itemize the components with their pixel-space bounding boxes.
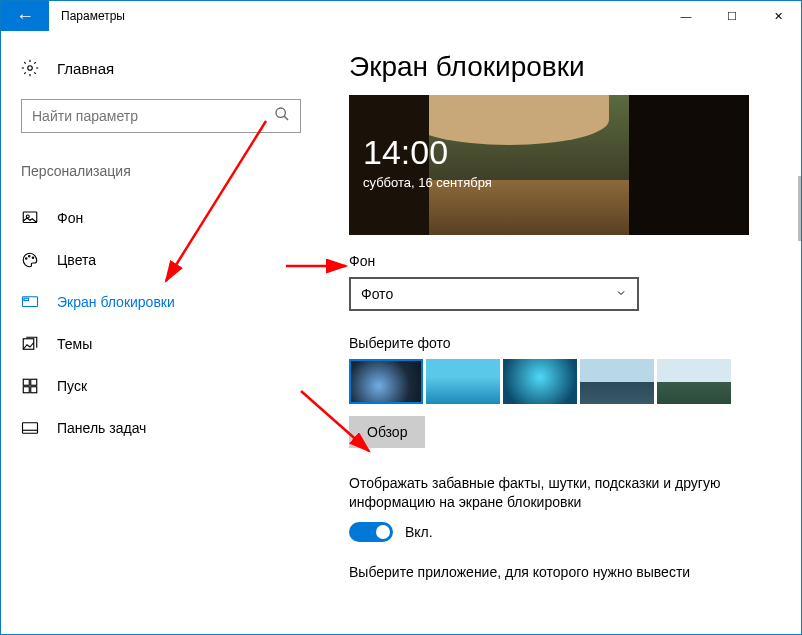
sidebar-item-colors[interactable]: Цвета [21, 239, 301, 281]
page-title: Экран блокировки [349, 51, 773, 83]
titlebar: ← Параметры — ☐ ✕ [1, 1, 801, 31]
toggle-knob [376, 525, 390, 539]
sidebar-item-label: Цвета [57, 252, 96, 268]
start-icon [21, 377, 39, 395]
svg-rect-11 [23, 379, 29, 385]
svg-point-7 [32, 257, 34, 259]
sidebar-item-label: Фон [57, 210, 83, 226]
gear-icon [21, 59, 39, 77]
sidebar-item-label: Пуск [57, 378, 87, 394]
minimize-button[interactable]: — [663, 1, 709, 31]
apps-description: Выберите приложение, для которого нужно … [349, 564, 749, 580]
close-button[interactable]: ✕ [755, 1, 801, 31]
maximize-button[interactable]: ☐ [709, 1, 755, 31]
category-label: Персонализация [21, 163, 301, 179]
preview-time: 14:00 [363, 133, 448, 172]
home-label: Главная [57, 60, 114, 77]
sidebar: Главная Персонализация Фон Цвета Э [1, 31, 321, 634]
browse-button[interactable]: Обзор [349, 416, 425, 448]
lockscreen-icon [21, 293, 39, 311]
svg-line-2 [284, 116, 288, 120]
svg-point-6 [29, 256, 31, 258]
content-panel: Экран блокировки 14:00 суббота, 16 сентя… [321, 31, 801, 634]
back-button[interactable]: ← [1, 1, 49, 31]
sidebar-item-label: Экран блокировки [57, 294, 175, 310]
picture-icon [21, 209, 39, 227]
svg-rect-13 [23, 387, 29, 393]
window-title: Параметры [49, 9, 663, 23]
background-dropdown[interactable]: Фото [349, 277, 639, 311]
search-input[interactable] [32, 108, 262, 124]
sidebar-item-label: Панель задач [57, 420, 146, 436]
toggle-state-label: Вкл. [405, 524, 433, 540]
back-arrow-icon: ← [16, 6, 34, 27]
photo-thumb-4[interactable] [580, 359, 654, 404]
photo-thumb-2[interactable] [426, 359, 500, 404]
photo-thumb-5[interactable] [657, 359, 731, 404]
home-nav[interactable]: Главная [21, 59, 301, 77]
svg-point-1 [276, 108, 285, 117]
svg-rect-9 [24, 298, 29, 300]
dropdown-value: Фото [361, 286, 393, 302]
choose-photo-label: Выберите фото [349, 335, 773, 351]
tips-toggle-row: Вкл. [349, 522, 773, 542]
svg-rect-14 [31, 387, 37, 393]
window-controls: — ☐ ✕ [663, 1, 801, 31]
sidebar-item-themes[interactable]: Темы [21, 323, 301, 365]
photo-thumbnails [349, 359, 773, 404]
sidebar-item-taskbar[interactable]: Панель задач [21, 407, 301, 449]
svg-point-0 [28, 66, 33, 71]
chevron-down-icon [615, 286, 627, 302]
sidebar-item-start[interactable]: Пуск [21, 365, 301, 407]
background-label: Фон [349, 253, 773, 269]
photo-thumb-1[interactable] [349, 359, 423, 404]
search-icon [274, 106, 290, 126]
sidebar-item-label: Темы [57, 336, 92, 352]
sidebar-item-lockscreen[interactable]: Экран блокировки [21, 281, 301, 323]
palette-icon [21, 251, 39, 269]
sidebar-item-background[interactable]: Фон [21, 197, 301, 239]
scrollbar[interactable] [798, 31, 801, 634]
scrollbar-thumb[interactable] [798, 176, 801, 241]
themes-icon [21, 335, 39, 353]
svg-rect-15 [23, 423, 38, 434]
search-box[interactable] [21, 99, 301, 133]
tips-description: Отображать забавные факты, шутки, подска… [349, 474, 749, 512]
photo-thumb-3[interactable] [503, 359, 577, 404]
taskbar-icon [21, 419, 39, 437]
svg-point-5 [26, 258, 28, 260]
tips-toggle[interactable] [349, 522, 393, 542]
preview-date: суббота, 16 сентября [363, 175, 492, 190]
lockscreen-preview: 14:00 суббота, 16 сентября [349, 95, 749, 235]
svg-rect-12 [31, 379, 37, 385]
